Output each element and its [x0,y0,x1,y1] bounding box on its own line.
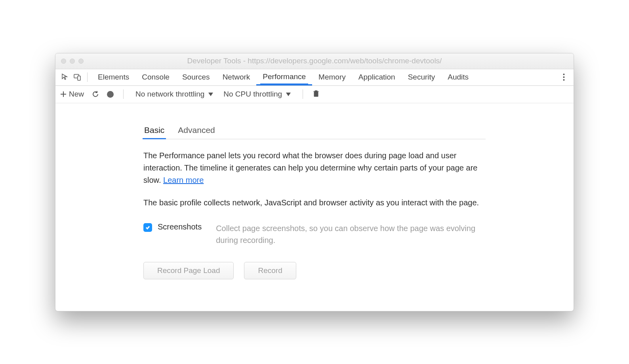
reload-icon[interactable] [90,88,101,100]
svg-point-2 [563,74,564,75]
performance-panel: Basic Advanced The Performance panel let… [143,123,486,279]
close-icon[interactable] [61,59,66,64]
record-page-load-button[interactable]: Record Page Load [143,262,234,279]
network-throttle-value: No network throttling [135,90,204,99]
chevron-down-icon [208,93,213,96]
tab-application[interactable]: Application [352,69,402,85]
sub-tabs: Basic Advanced [143,123,486,139]
screenshots-label: Screenshots [158,222,202,231]
inspect-element-icon[interactable] [59,71,71,83]
separator [123,89,124,99]
panel-content: Basic Advanced The Performance panel let… [55,103,574,311]
learn-more-link[interactable]: Learn more [163,176,204,184]
screenshots-checkbox[interactable] [143,223,152,232]
tab-memory[interactable]: Memory [312,69,352,85]
more-options-icon[interactable] [558,71,570,83]
new-recording-button[interactable]: New [60,90,84,99]
window-controls [55,59,84,64]
chevron-down-icon [286,93,291,96]
intro-paragraph: The Performance panel lets you record wh… [143,150,486,186]
subtab-basic[interactable]: Basic [143,123,165,139]
screenshots-description: Collect page screenshots, so you can obs… [216,222,486,246]
device-toggle-icon[interactable] [71,71,83,83]
main-tabs: Elements Console Sources Network Perform… [55,69,574,86]
cpu-throttle-select[interactable]: No CPU throttling [221,90,293,99]
zoom-icon[interactable] [78,59,84,64]
titlebar: Developer Tools - https://developers.goo… [55,53,574,69]
devtools-window: Developer Tools - https://developers.goo… [55,53,574,311]
basic-profile-paragraph: The basic profile collects network, Java… [143,197,486,209]
tab-sources[interactable]: Sources [176,69,216,85]
tab-security[interactable]: Security [402,69,442,85]
new-label: New [69,90,84,99]
record-indicator-icon[interactable] [107,91,114,98]
svg-rect-1 [78,76,80,80]
separator [303,89,303,99]
tab-network[interactable]: Network [216,69,257,85]
tab-console[interactable]: Console [135,69,176,85]
cpu-throttle-value: No CPU throttling [223,90,282,99]
tab-performance[interactable]: Performance [256,69,312,85]
minimize-icon[interactable] [70,59,75,64]
screenshots-option-row: Screenshots Collect page screenshots, so… [143,222,486,246]
tab-elements[interactable]: Elements [91,69,135,85]
svg-point-4 [563,79,564,81]
plus-icon [60,91,67,97]
separator [87,72,88,82]
tab-audits[interactable]: Audits [441,69,475,85]
window-title: Developer Tools - https://developers.goo… [55,57,574,65]
performance-toolbar: New No network throttling No CPU throttl… [55,86,574,103]
trash-icon[interactable] [313,89,320,99]
svg-point-3 [563,76,564,78]
network-throttle-select[interactable]: No network throttling [133,90,215,99]
record-button[interactable]: Record [244,262,296,279]
subtab-advanced[interactable]: Advanced [177,123,215,139]
action-buttons: Record Page Load Record [143,262,486,279]
